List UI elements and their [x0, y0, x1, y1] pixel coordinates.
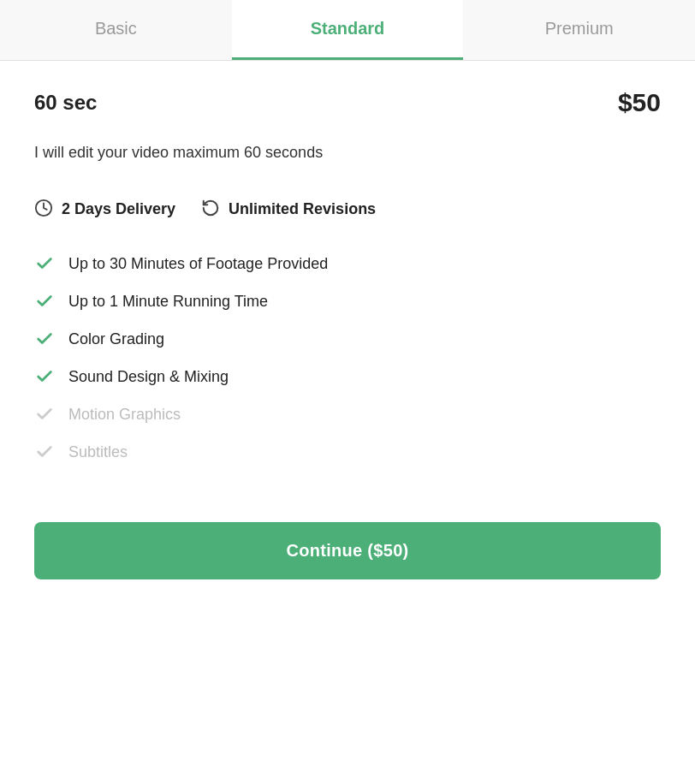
- tab-basic-label: Basic: [95, 19, 137, 38]
- tab-premium-label: Premium: [545, 19, 614, 38]
- feature-text: Sound Design & Mixing: [68, 368, 229, 386]
- feature-item: Up to 1 Minute Running Time: [34, 282, 661, 320]
- plan-description: I will edit your video maximum 60 second…: [34, 141, 661, 164]
- tab-basic[interactable]: Basic: [0, 0, 232, 60]
- check-icon-excluded: [34, 404, 55, 425]
- feature-item: Motion Graphics: [34, 395, 661, 433]
- delivery-days-item: 2 Days Delivery: [34, 199, 175, 219]
- feature-item: Color Grading: [34, 320, 661, 358]
- feature-item: Sound Design & Mixing: [34, 358, 661, 395]
- feature-text: Subtitles: [68, 443, 128, 461]
- feature-item: Subtitles: [34, 433, 661, 471]
- tab-standard-label: Standard: [311, 19, 385, 38]
- price-row: 60 sec $50: [34, 88, 661, 117]
- feature-item: Up to 30 Minutes of Footage Provided: [34, 245, 661, 282]
- feature-text: Motion Graphics: [68, 406, 181, 424]
- delivery-days-label: 2 Days Delivery: [62, 200, 175, 218]
- feature-text: Up to 30 Minutes of Footage Provided: [68, 255, 328, 273]
- continue-button[interactable]: Continue ($50): [34, 522, 661, 579]
- feature-text: Color Grading: [68, 330, 164, 348]
- refresh-icon: [201, 199, 222, 219]
- clock-icon: [34, 199, 55, 219]
- delivery-revisions-item: Unlimited Revisions: [201, 199, 376, 219]
- plan-duration: 60 sec: [34, 91, 97, 115]
- tab-premium[interactable]: Premium: [463, 0, 695, 60]
- delivery-revisions-label: Unlimited Revisions: [229, 200, 376, 218]
- check-icon-included: [34, 291, 55, 312]
- delivery-row: 2 Days Delivery Unlimited Revisions: [34, 199, 661, 219]
- tab-standard[interactable]: Standard: [232, 0, 464, 60]
- feature-text: Up to 1 Minute Running Time: [68, 293, 268, 311]
- plan-price: $50: [618, 88, 661, 117]
- plan-content: 60 sec $50 I will edit your video maximu…: [0, 61, 695, 784]
- check-icon-included: [34, 329, 55, 349]
- tabs-container: Basic Standard Premium: [0, 0, 695, 61]
- check-icon-included: [34, 253, 55, 274]
- features-list: Up to 30 Minutes of Footage Provided Up …: [34, 245, 661, 471]
- check-icon-excluded: [34, 442, 55, 462]
- check-icon-included: [34, 366, 55, 387]
